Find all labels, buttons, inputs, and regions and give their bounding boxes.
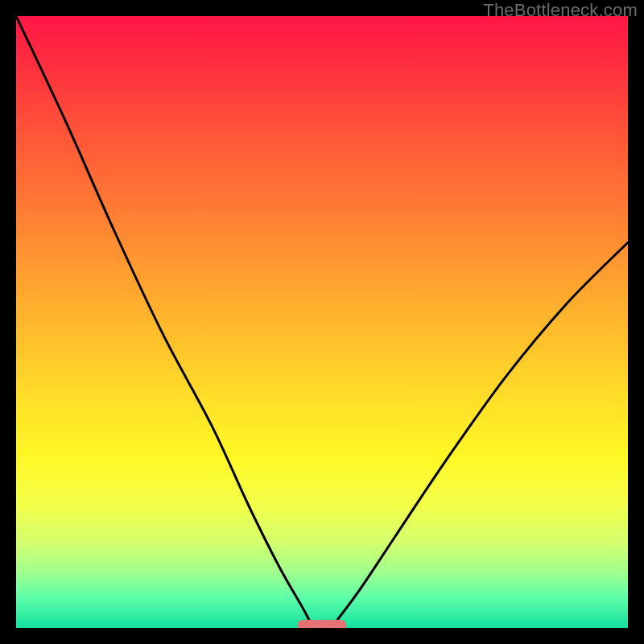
left-curve-line bbox=[16, 16, 313, 628]
chart-plot-area bbox=[16, 16, 628, 628]
right-curve-line bbox=[331, 242, 628, 628]
watermark-text: TheBottleneck.com bbox=[483, 0, 638, 21]
minimum-marker bbox=[298, 620, 347, 628]
chart-svg bbox=[16, 16, 628, 628]
